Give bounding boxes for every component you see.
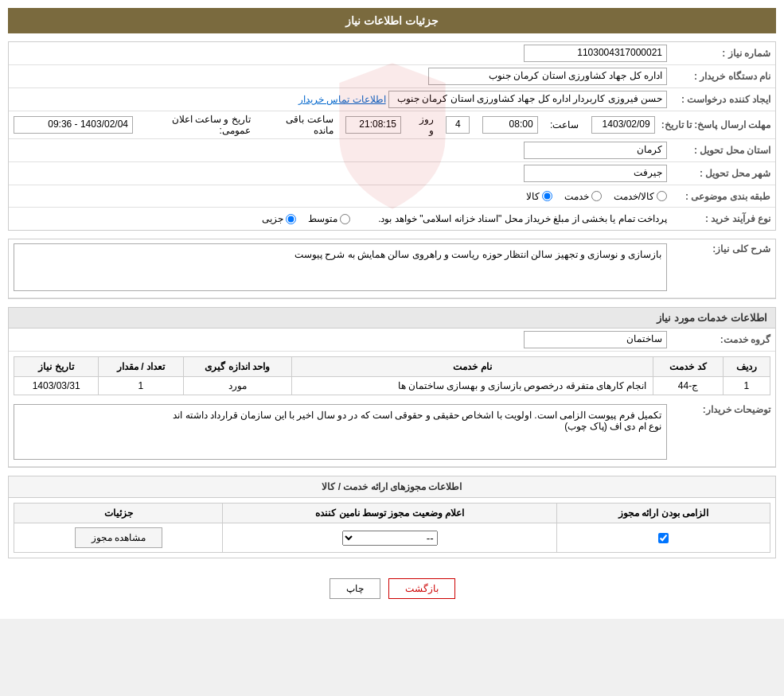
cell-unit: مورد (183, 377, 291, 395)
need-description-value (14, 243, 667, 294)
time-label: ساعت: (550, 119, 579, 130)
city-value: جیرفت (14, 165, 667, 182)
city-input: جیرفت (524, 165, 667, 182)
permit-status-select[interactable]: -- (342, 531, 438, 546)
services-table: ردیف کد خدمت نام خدمت واحد اندازه گیری ت… (14, 356, 770, 395)
permits-table-wrapper: الزامی بودن ارائه مجوز اعلام وضعیت مجوز … (9, 498, 775, 558)
province-row: استان محل تحویل : کرمان (9, 139, 775, 162)
col-service-name: نام خدمت (291, 357, 653, 377)
deadline-row: مهلت ارسال پاسخ: تا تاریخ: 1403/02/09 سا… (9, 111, 775, 139)
announce-value: 1403/02/04 - 09:36 (14, 116, 133, 134)
main-info-section: شماره نیاز : 1103004317000021 نام دستگاه… (8, 41, 776, 231)
permit-status-cell: -- (223, 523, 557, 553)
permit-details-cell: مشاهده مجوز (14, 523, 223, 553)
buyer-org-value: اداره کل جهاد کشاورزی استان کرمان جنوب (14, 68, 667, 85)
permits-section: اطلاعات مجوزهای ارائه خدمت / کالا الزامی… (8, 476, 776, 558)
need-number-label: شماره نیاز : (667, 48, 770, 59)
requester-value: حسن فیروزی کاربردار اداره کل جهاد کشاورز… (14, 91, 667, 108)
col-quantity: تعداد / مقدار (99, 357, 183, 377)
services-header: اطلاعات خدمات مورد نیاز (9, 308, 775, 329)
need-number-row: شماره نیاز : 1103004317000021 (9, 42, 775, 65)
province-label: استان محل تحویل : (667, 145, 770, 156)
days-label: روز و (413, 114, 434, 136)
col-mandatory: الزامی بودن ارائه مجوز (557, 504, 770, 523)
permits-header: اطلاعات مجوزهای ارائه خدمت / کالا (9, 476, 775, 498)
medium-label: متوسط (308, 213, 337, 224)
radio-service[interactable]: خدمت (564, 191, 602, 202)
need-number-value: 1103004317000021 (14, 45, 667, 62)
purchase-type-value: پرداخت تمام یا بخشی از مبلغ خریداز محل "… (14, 213, 667, 224)
requester-input: حسن فیروزی کاربردار اداره کل جهاد کشاورز… (388, 91, 667, 108)
header-title: جزئیات اطلاعات نیاز (345, 14, 439, 27)
mandatory-checkbox-container (564, 533, 763, 543)
col-status-provider: اعلام وضعیت مجوز توسط نامین کننده (223, 504, 557, 523)
need-description-label: شرح کلی نیاز: (667, 243, 770, 255)
group-service-value: ساختمان (14, 331, 667, 348)
buyer-org-label: نام دستگاه خریدار : (667, 71, 770, 82)
need-description-section: شرح کلی نیاز: (8, 239, 776, 299)
deadline-label: مهلت ارسال پاسخ: تا تاریخ: (655, 119, 770, 130)
col-details: جزئیات (14, 504, 223, 523)
time-value: 08:00 (482, 116, 538, 134)
contact-link[interactable]: اطلاعات تماس خریدار (298, 94, 386, 105)
services-table-wrapper: ردیف کد خدمت نام خدمت واحد اندازه گیری ت… (9, 352, 775, 400)
deadline-date: 1403/02/09 (591, 116, 655, 134)
requester-row: ایجاد کننده درخواست : حسن فیروزی کاربردا… (9, 88, 775, 111)
category-label: طبقه بندی موضوعی : (667, 191, 770, 202)
buyer-notes-value (14, 404, 667, 462)
need-number-input: 1103004317000021 (524, 45, 667, 62)
need-description-row: شرح کلی نیاز: (9, 239, 775, 298)
goods-service-label: کالا/خدمت (614, 191, 654, 202)
services-section: اطلاعات خدمات مورد نیاز گروه خدمت: ساختم… (8, 307, 776, 468)
buyer-org-row: نام دستگاه خریدار : اداره کل جهاد کشاورز… (9, 65, 775, 88)
purchase-type-note: پرداخت تمام یا بخشی از مبلغ خریداز محل "… (378, 213, 667, 224)
purchase-type-label: نوع فرآیند خرید : (667, 213, 770, 224)
buyer-notes-label: توضیحات خریدار: (667, 404, 770, 415)
permits-table-row: -- مشاهده مجوز (14, 523, 770, 553)
hours-label: ساعت باقی مانده (268, 114, 333, 136)
buttons-row: بازگشت چاپ (8, 566, 776, 611)
col-need-date: تاریخ نیاز (14, 357, 99, 377)
radio-medium[interactable]: متوسط (308, 213, 350, 224)
need-description-textarea[interactable] (14, 243, 667, 291)
announce-label: تاریخ و ساعت اعلان عمومی: (145, 114, 250, 136)
cell-row-num: 1 (723, 377, 770, 395)
deadline-value: 1403/02/09 ساعت: 08:00 4 روز و 21:08:15 … (14, 114, 655, 136)
cell-need-date: 1403/03/31 (14, 377, 99, 395)
col-service-code: کد خدمت (653, 357, 723, 377)
page-header: جزئیات اطلاعات نیاز (8, 8, 776, 33)
category-radio-group: کالا/خدمت خدمت کالا (526, 191, 667, 202)
category-value: کالا/خدمت خدمت کالا (14, 191, 667, 202)
cell-service-code: ج-44 (653, 377, 723, 395)
purchase-type-row: نوع فرآیند خرید : پرداخت تمام یا بخشی از… (9, 208, 775, 230)
buyer-notes-row: توضیحات خریدار: (9, 400, 775, 467)
group-service-input: ساختمان (524, 331, 667, 348)
purchase-type-radio-group: پرداخت تمام یا بخشی از مبلغ خریداز محل "… (262, 213, 667, 224)
table-row: 1 ج-44 انجام کارهای متفرقه درخصوص بازساز… (14, 377, 770, 395)
mandatory-checkbox[interactable] (658, 533, 669, 543)
group-service-label: گروه خدمت: (667, 334, 770, 345)
permits-table: الزامی بودن ارائه مجوز اعلام وضعیت مجوز … (14, 503, 770, 553)
province-value: کرمان (14, 142, 667, 159)
city-label: شهر محل تحویل : (667, 168, 770, 179)
requester-label: ایجاد کننده درخواست : (667, 94, 770, 105)
partial-label: جزیی (262, 213, 283, 224)
print-button[interactable]: چاپ (330, 578, 380, 599)
view-permit-button[interactable]: مشاهده مجوز (75, 527, 162, 548)
group-service-row: گروه خدمت: ساختمان (9, 329, 775, 352)
cell-service-name: انجام کارهای متفرقه درخصوص بازسازی و بهس… (291, 377, 653, 395)
radio-goods-service[interactable]: کالا/خدمت (614, 191, 667, 202)
days-value: 4 (446, 116, 470, 134)
remaining-time: 21:08:15 (345, 116, 401, 134)
back-button[interactable]: بازگشت (388, 578, 455, 599)
province-input: کرمان (524, 142, 667, 159)
buyer-org-input: اداره کل جهاد کشاورزی استان کرمان جنوب (428, 68, 667, 85)
permit-mandatory-cell (557, 523, 770, 553)
radio-partial[interactable]: جزیی (262, 213, 296, 224)
buyer-notes-textarea[interactable] (14, 404, 667, 460)
cell-quantity: 1 (99, 377, 183, 395)
goods-label: کالا (526, 191, 540, 202)
radio-goods[interactable]: کالا (526, 191, 552, 202)
category-row: طبقه بندی موضوعی : کالا/خدمت خدمت کالا (9, 185, 775, 208)
col-unit: واحد اندازه گیری (183, 357, 291, 377)
